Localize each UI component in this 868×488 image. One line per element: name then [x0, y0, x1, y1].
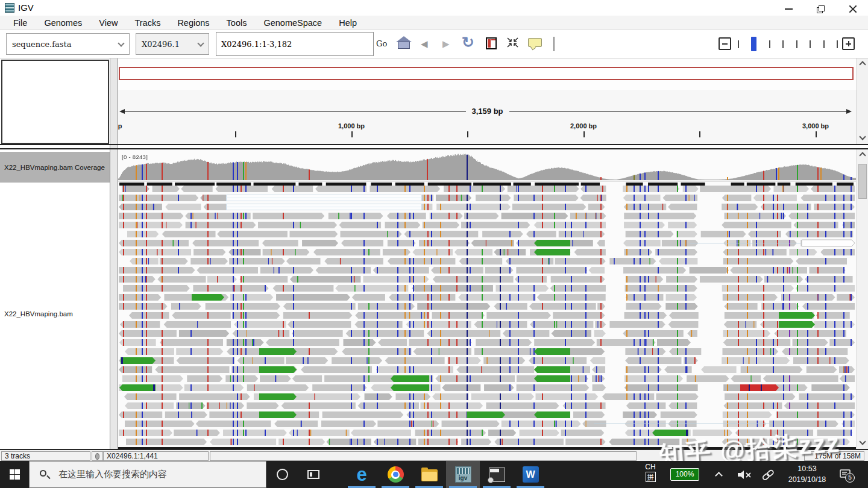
genome-select-value: sequence.fasta [12, 40, 71, 49]
scroll-up-icon[interactable] [859, 152, 866, 158]
chevron-down-icon [118, 40, 124, 46]
tick-mark [351, 131, 353, 137]
status-indicator [92, 451, 103, 461]
status-message-area [210, 451, 637, 461]
left-arrowhead-icon [119, 109, 125, 114]
toolbar: sequence.fasta X02496.1 Go ◀ ▶ ↻ [0, 30, 868, 58]
restore-button[interactable] [813, 4, 831, 13]
scrollbar-thumb[interactable] [858, 164, 867, 199]
menu-bar: File Genomes View Tracks Regions Tools G… [0, 16, 868, 30]
popup-behavior-icon[interactable] [528, 38, 542, 47]
task-view-button[interactable] [299, 461, 328, 488]
zoom-slider-thumb[interactable] [751, 37, 756, 51]
taskbar-igv[interactable]: igv [446, 461, 480, 488]
fit-to-window-icon[interactable] [506, 37, 519, 51]
status-circle-icon [95, 453, 99, 460]
zoom-slider[interactable] [738, 36, 838, 52]
zoom-out-button[interactable] [719, 37, 731, 50]
locus-input[interactable] [221, 33, 372, 55]
clock[interactable]: 10:53 2019/10/18 [782, 463, 832, 485]
taskbar-word[interactable]: W [514, 461, 547, 488]
ruler-tick-label-1000: 1,000 bp [338, 122, 365, 130]
ruler-background [118, 90, 857, 144]
zoom-in-button[interactable] [842, 37, 855, 50]
go-button[interactable]: Go [376, 39, 387, 48]
tick-mark [583, 131, 585, 137]
ime-indicator[interactable]: CH 拼 [643, 463, 658, 482]
taskbar-apps: e igv W [345, 461, 547, 488]
edge-icon: e [356, 465, 366, 484]
ruler-tick-label-3000: 3,000 bp [802, 122, 829, 130]
attribute-panel [1, 60, 109, 144]
taskbar-edge[interactable]: e [345, 461, 379, 488]
panel-border [0, 144, 868, 145]
menu-help[interactable]: Help [330, 18, 365, 28]
track-name-panel: X22_HBVmaping.bam Coverage X22_HBVmaping… [0, 149, 110, 449]
cortana-button[interactable] [268, 461, 297, 488]
notification-center[interactable]: 5 [839, 468, 852, 483]
taskbar-script-host[interactable] [480, 461, 514, 488]
scroll-down-icon[interactable] [859, 133, 866, 140]
ruler-left-label: bp [118, 122, 122, 130]
search-placeholder: 在这里输入你要搜索的内容 [58, 469, 167, 480]
cursor-locus-status: X02496.1:1,441 [103, 451, 209, 461]
menu-view[interactable]: View [90, 18, 126, 28]
home-icon[interactable] [395, 36, 412, 52]
start-button[interactable] [0, 461, 29, 488]
ruler-tick-label-2000: 2,000 bp [570, 122, 597, 130]
tick-mark [235, 131, 236, 137]
scroll-up-icon[interactable] [859, 61, 866, 67]
volume-muted-icon[interactable] [737, 469, 752, 483]
tick-mark [467, 131, 468, 137]
ruler-scrollbar[interactable] [857, 58, 868, 144]
region-of-interest-box[interactable] [119, 67, 854, 80]
span-label: 3,159 bp [465, 107, 509, 116]
chromosome-select[interactable]: X02496.1 [136, 33, 209, 55]
toolbar-separator [553, 37, 555, 51]
taskbar-chrome[interactable] [379, 461, 412, 488]
track-count-status: 3 tracks [1, 451, 90, 461]
ruler-panel[interactable]: 3,159 bp bp 1,000 bp 2,000 bp 3,000 bp [118, 58, 857, 144]
search-icon [39, 469, 50, 480]
close-button[interactable] [844, 4, 862, 13]
back-arrow-icon[interactable]: ◀ [421, 39, 428, 49]
menu-tools[interactable]: Tools [218, 18, 256, 28]
file-explorer-icon [421, 469, 438, 481]
taskbar-search[interactable]: 在这里输入你要搜索的内容 [29, 461, 266, 488]
alignment-canvas[interactable] [118, 149, 856, 449]
ime-mode-icon: 拼 [646, 472, 656, 482]
date: 2019/10/18 [782, 474, 832, 485]
word-icon: W [523, 466, 539, 483]
menu-genomespace[interactable]: GenomeSpace [255, 18, 330, 28]
menu-file[interactable]: File [5, 18, 36, 28]
minimize-button[interactable] [780, 4, 798, 13]
chromosome-select-value: X02496.1 [142, 40, 180, 49]
scroll-down-icon[interactable] [859, 438, 866, 445]
menu-regions[interactable]: Regions [169, 18, 218, 28]
menu-genomes[interactable]: Genomes [36, 18, 90, 28]
igv-app-icon [5, 3, 14, 13]
alignment-track-label[interactable]: X22_HBVmaping.bam [4, 310, 73, 318]
right-arrowhead-icon [846, 109, 852, 114]
fit-arrows [506, 37, 519, 48]
coverage-range-label: [0 - 8243] [122, 154, 148, 160]
chevron-down-icon [197, 40, 204, 46]
genome-select[interactable]: sequence.fasta [6, 33, 130, 55]
link-icon[interactable] [761, 469, 775, 483]
panel-divider[interactable] [110, 58, 118, 449]
battery-indicator[interactable]: 100% [670, 468, 699, 481]
menu-tracks[interactable]: Tracks [126, 18, 169, 28]
time: 10:53 [782, 463, 832, 474]
taskbar-explorer[interactable] [412, 461, 446, 488]
script-host-icon [489, 468, 505, 482]
window-title: IGV [18, 2, 34, 13]
tracks-scrollbar[interactable] [857, 149, 868, 449]
region-navigator-icon[interactable] [486, 37, 497, 49]
title-bar: IGV [0, 0, 868, 16]
tick-mark [699, 131, 700, 137]
coverage-track-label[interactable]: X22_HBVmaping.bam Coverage [0, 152, 110, 183]
taskbar: 在这里输入你要搜索的内容 e igv W CH 拼 [0, 461, 868, 488]
refresh-icon[interactable]: ↻ [462, 34, 474, 51]
forward-arrow-icon[interactable]: ▶ [442, 39, 450, 49]
tray-expand-icon[interactable] [715, 472, 723, 480]
